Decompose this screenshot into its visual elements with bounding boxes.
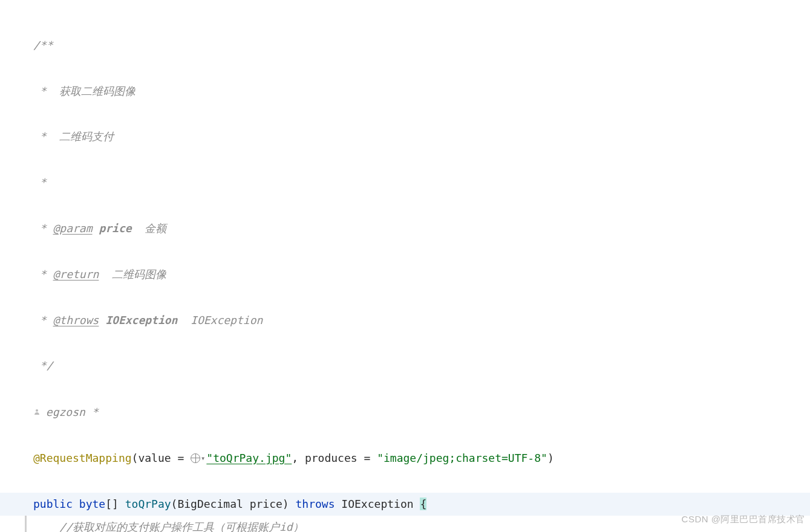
svg-point-0 bbox=[36, 409, 38, 412]
annotation-produces-key: , produces = bbox=[292, 452, 377, 464]
javadoc-param-desc: 金额 bbox=[138, 222, 166, 235]
keyword-throws: throws bbox=[296, 498, 342, 510]
javadoc-line: * 二维码支付 bbox=[33, 130, 114, 143]
line-comment: //获取对应的支付账户操作工具（可根据账户id） bbox=[59, 521, 303, 532]
chevron-down-icon[interactable]: ▾ bbox=[201, 451, 205, 466]
code-line: * bbox=[33, 171, 810, 194]
annotation-value-string: "toQrPay.jpg" bbox=[206, 452, 292, 464]
author-name: egzosn * bbox=[46, 406, 99, 418]
javadoc-param-tag: @param bbox=[53, 222, 93, 235]
javadoc-throws-tag: @throws bbox=[53, 314, 99, 326]
annotation-value-key: value = bbox=[138, 452, 191, 464]
globe-icon[interactable] bbox=[191, 453, 200, 463]
code-line: @RequestMapping(value = ▾"toQrPay.jpg", … bbox=[33, 447, 810, 470]
code-line: * 二维码支付 bbox=[33, 125, 810, 148]
code-line: * 获取二维码图像 bbox=[33, 80, 810, 103]
watermark: CSDN @阿里巴巴首席技术官 bbox=[682, 510, 805, 529]
keyword-public: public bbox=[33, 498, 79, 510]
fold-gutter[interactable] bbox=[25, 516, 27, 532]
type-ioexception: IOException bbox=[341, 498, 420, 510]
annotation-name: @RequestMapping bbox=[33, 452, 132, 464]
user-icon bbox=[33, 400, 39, 423]
author-annotation: egzosn * bbox=[33, 400, 810, 424]
code-line: /** bbox=[33, 34, 810, 57]
javadoc-param-name: price bbox=[93, 222, 139, 235]
javadoc-throws-type: IOException bbox=[99, 314, 184, 326]
annotation-produces-string: "image/jpeg;charset=UTF-8" bbox=[377, 452, 547, 464]
code-line: * @param price 金额 bbox=[33, 217, 810, 240]
javadoc-return-tag: @return bbox=[53, 268, 99, 281]
javadoc-open: /** bbox=[33, 39, 53, 51]
javadoc-close: */ bbox=[33, 359, 53, 372]
code-line: * @return 二维码图像 bbox=[33, 263, 810, 286]
javadoc-line: * 获取二维码图像 bbox=[33, 85, 136, 97]
brace-open: { bbox=[420, 498, 426, 510]
code-line: * @throws IOException IOException bbox=[33, 309, 810, 332]
type-byte: byte bbox=[79, 498, 105, 510]
javadoc-return-desc: 二维码图像 bbox=[99, 268, 166, 281]
code-line: */ bbox=[33, 354, 810, 377]
javadoc-line: * bbox=[33, 176, 47, 189]
method-name: toQrPay bbox=[125, 498, 171, 510]
code-editor[interactable]: /** * 获取二维码图像 * 二维码支付 * * @param price 金… bbox=[0, 0, 810, 532]
javadoc-throws-desc: IOException bbox=[184, 314, 263, 326]
